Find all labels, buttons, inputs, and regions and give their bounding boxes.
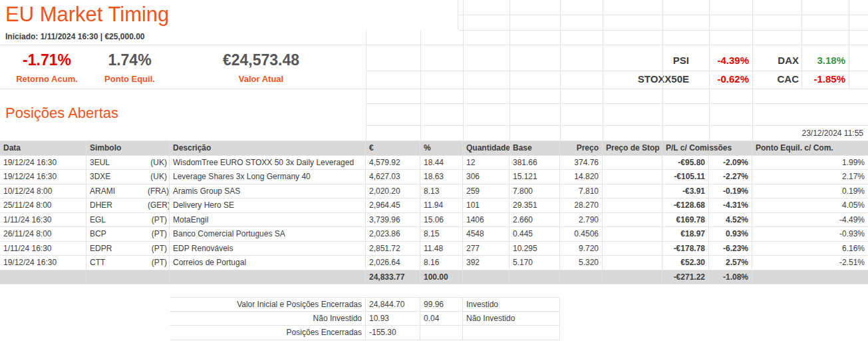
cell-date[interactable]: 1/11/24 16:30 — [0, 242, 86, 256]
cell-description[interactable]: Correios de Portugal — [170, 256, 366, 270]
cell-value-eur[interactable]: 2,023.86 — [366, 227, 420, 242]
cell-symbol[interactable]: CTT — [86, 256, 148, 270]
cell-value-eur[interactable]: 2,964.45 — [366, 198, 420, 213]
cell-breakeven[interactable]: 0.19% — [752, 184, 868, 199]
cell-total-pct[interactable]: 100.00 — [420, 270, 463, 285]
cell-symbol[interactable]: ARAMI — [86, 184, 148, 199]
cell-pl-value[interactable]: -€3.91 — [662, 184, 709, 199]
cell-quantity[interactable]: 392 — [463, 256, 509, 270]
cell-price[interactable]: 374.76 — [560, 156, 603, 170]
cell-footer-pct[interactable] — [420, 326, 463, 340]
cell-stop-price[interactable] — [603, 156, 662, 170]
cell-pl-pct[interactable]: -2.09% — [709, 156, 752, 170]
cell-weight-pct[interactable]: 11.48 — [420, 242, 463, 256]
cell-quantity[interactable]: 306 — [463, 170, 509, 184]
cell-date[interactable]: 19/12/24 16:30 — [0, 156, 86, 170]
cell-breakeven[interactable]: -0.93% — [752, 227, 868, 242]
cell-footer-note[interactable]: Investido — [463, 297, 560, 312]
cell-footer-label[interactable]: Posições Encerradas — [170, 326, 366, 340]
cell-weight-pct[interactable]: 8.13 — [420, 184, 463, 199]
cell-pl-pct[interactable]: 2.57% — [709, 256, 752, 270]
cell-weight-pct[interactable]: 8.15 — [420, 227, 463, 242]
cell-value-eur[interactable]: 2,020.20 — [366, 184, 420, 199]
cell-empty[interactable] — [752, 270, 868, 285]
cell-symbol[interactable]: EGL — [86, 213, 148, 228]
cell-weight-pct[interactable]: 18.44 — [420, 156, 463, 170]
cell-pl-value[interactable]: -€128.68 — [662, 198, 709, 213]
header-pct[interactable]: % — [420, 141, 463, 156]
cell-empty[interactable] — [509, 270, 560, 285]
cell-pl-value[interactable]: €52.30 — [662, 256, 709, 270]
cell-base-price[interactable]: 10.295 — [509, 242, 560, 256]
cell-value-eur[interactable]: 2,026.64 — [366, 256, 420, 270]
cell-breakeven[interactable]: 6.16% — [752, 242, 868, 256]
header-pl-comissoes[interactable]: P/L c/ Comissões — [662, 141, 752, 156]
cell-empty[interactable] — [86, 270, 170, 285]
header-quantidade[interactable]: Quantidade — [463, 141, 509, 156]
cell-price[interactable]: 5.320 — [560, 256, 603, 270]
cell-pl-pct[interactable]: -0.19% — [709, 184, 752, 199]
header-descricao[interactable]: Descrição — [170, 141, 366, 156]
cell-quantity[interactable]: 101 — [463, 198, 509, 213]
cell-pl-pct[interactable]: 4.52% — [709, 213, 752, 228]
cell-value-eur[interactable]: 3,739.96 — [366, 213, 420, 228]
header-ponto-equil[interactable]: Ponto Equil. c/ Com. — [752, 141, 868, 156]
cell-price[interactable]: 14.820 — [560, 170, 603, 184]
cell-base-price[interactable]: 0.445 — [509, 227, 560, 242]
cell-stop-price[interactable] — [603, 184, 662, 199]
cell-symbol[interactable]: 3EUL — [86, 156, 148, 170]
cell-description[interactable]: WisdomTree EURO STOXX 50 3x Daily Levera… — [170, 156, 366, 170]
cell-stop-price[interactable] — [603, 242, 662, 256]
cell-breakeven[interactable]: 1.99% — [752, 156, 868, 170]
cell-description[interactable]: MotaEngil — [170, 213, 366, 228]
cell-footer-value[interactable]: 10.93 — [366, 312, 420, 326]
cell-footer-note[interactable]: Não Investido — [463, 312, 560, 326]
cell-stop-price[interactable] — [603, 213, 662, 228]
cell-base-price[interactable]: 15.121 — [509, 170, 560, 184]
cell-country[interactable]: (PT) — [148, 227, 170, 242]
cell-quantity[interactable]: 277 — [463, 242, 509, 256]
cell-total-eur[interactable]: 24,833.77 — [366, 270, 420, 285]
cell-date[interactable]: 10/12/24 8:00 — [0, 184, 86, 199]
cell-footer-label[interactable]: Valor Inicial e Posições Encerradas — [170, 297, 366, 312]
header-eur[interactable]: € — [366, 141, 420, 156]
cell-pl-pct[interactable]: 0.93% — [709, 227, 752, 242]
cell-base-price[interactable]: 5.170 — [509, 256, 560, 270]
cell-footer-value[interactable]: -155.30 — [366, 326, 420, 340]
cell-date[interactable]: 19/12/24 16:30 — [0, 256, 86, 270]
cell-footer-value[interactable]: 24,844.70 — [366, 297, 420, 312]
cell-pl-value[interactable]: €169.78 — [662, 213, 709, 228]
cell-symbol[interactable]: EDPR — [86, 242, 148, 256]
cell-total-pl-pct[interactable]: -1.08% — [709, 270, 752, 285]
cell-footer-pct[interactable]: 0.04 — [420, 312, 463, 326]
cell-quantity[interactable]: 259 — [463, 184, 509, 199]
cell-base-price[interactable]: 381.66 — [509, 156, 560, 170]
cell-country[interactable]: (GER) — [148, 198, 170, 213]
cell-symbol[interactable]: DHER — [86, 198, 148, 213]
cell-pl-pct[interactable]: -4.31% — [709, 198, 752, 213]
cell-base-price[interactable]: 2.660 — [509, 213, 560, 228]
cell-footer-note[interactable] — [463, 326, 560, 340]
cell-stop-price[interactable] — [603, 227, 662, 242]
cell-weight-pct[interactable]: 8.16 — [420, 256, 463, 270]
header-simbolo[interactable]: Simbolo — [86, 141, 170, 156]
cell-pl-pct[interactable]: -6.23% — [709, 242, 752, 256]
cell-country[interactable]: (FRA) — [148, 184, 170, 199]
cell-country[interactable]: (PT) — [148, 242, 170, 256]
cell-weight-pct[interactable]: 11.94 — [420, 198, 463, 213]
cell-value-eur[interactable]: 4,579.92 — [366, 156, 420, 170]
cell-symbol[interactable]: 3DXE — [86, 170, 148, 184]
cell-breakeven[interactable]: -4.49% — [752, 213, 868, 228]
cell-date[interactable]: 25/11/24 8:00 — [0, 198, 86, 213]
cell-price[interactable]: 2.790 — [560, 213, 603, 228]
cell-date[interactable]: 26/11/24 8:00 — [0, 227, 86, 242]
cell-price[interactable]: 7.810 — [560, 184, 603, 199]
cell-symbol[interactable]: BCP — [86, 227, 148, 242]
cell-stop-price[interactable] — [603, 256, 662, 270]
cell-stop-price[interactable] — [603, 170, 662, 184]
cell-empty[interactable] — [0, 270, 86, 285]
cell-breakeven[interactable]: 4.05% — [752, 198, 868, 213]
cell-price[interactable]: 28.270 — [560, 198, 603, 213]
header-preco-stop[interactable]: Preço de Stop — [603, 141, 662, 156]
cell-country[interactable]: (UK) — [148, 156, 170, 170]
